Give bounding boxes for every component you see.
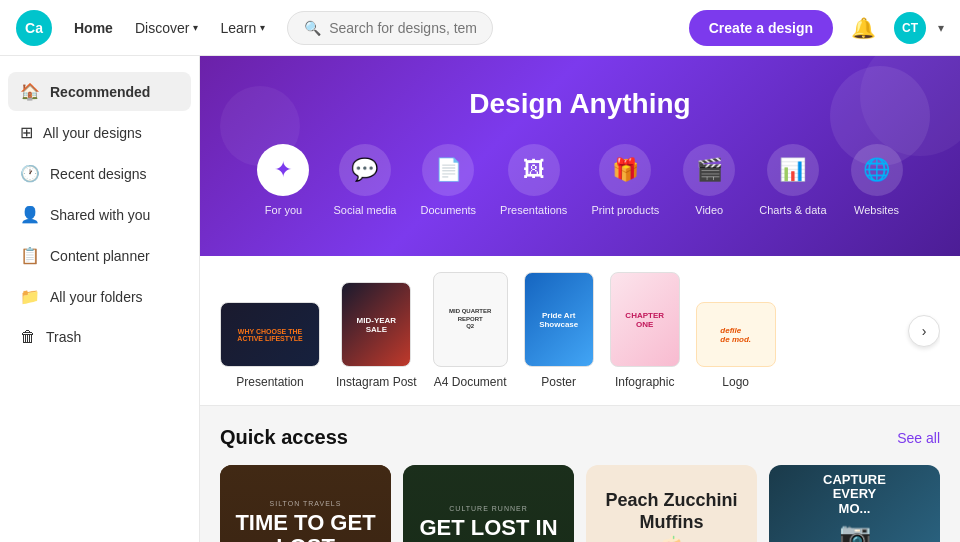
quick-card-muffins[interactable]: Peach Zucchini Muffins 🧁 <box>586 465 757 542</box>
hero-banner: Design Anything ✦ For you 💬 Social media <box>200 56 960 256</box>
instagram-thumbnail: MID-YEARSALE <box>341 282 411 367</box>
search-input[interactable] <box>329 20 476 36</box>
capture-title: CAPTUREEVERYMO... <box>777 473 932 516</box>
card-title: TIME TO GET LOST <box>232 511 379 542</box>
a4-thumb-inner: MID QUARTERREPORTQ2 <box>443 302 497 337</box>
poster-thumbnail: Pride ArtShowcase <box>524 272 594 367</box>
a4-thumbnail: MID QUARTERREPORTQ2 <box>433 272 508 367</box>
clock-icon: 🕐 <box>20 164 40 183</box>
for-you-icon-circle: ✦ <box>257 144 309 196</box>
quick-access-cards: SILTON TRAVELS TIME TO GET LOST Get insp… <box>220 465 940 542</box>
heart-icon: 💬 <box>351 157 378 183</box>
camera-icon: 📷 <box>839 520 871 543</box>
hero-title: Design Anything <box>469 88 690 120</box>
quick-card-capture[interactable]: 📷 CAPTUREEVERYMO... <box>769 465 940 542</box>
card-stockholm-inner: CULTURE RUNNER GET LOST IN STOCKHOLM <box>403 465 574 542</box>
template-instagram[interactable]: MID-YEARSALE Instagram Post <box>336 282 417 389</box>
hero-icon-presentations[interactable]: 🖼 Presentations <box>500 144 567 216</box>
logo-thumbnail: defilede mod. <box>696 302 776 367</box>
hero-icon-social[interactable]: 💬 Social media <box>333 144 396 216</box>
see-all-link[interactable]: See all <box>897 430 940 446</box>
template-a4[interactable]: MID QUARTERREPORTQ2 A4 Document <box>433 272 508 389</box>
chevron-down-icon: ▾ <box>193 22 198 33</box>
sidebar-item-content-planner[interactable]: 📋 Content planner <box>8 236 191 275</box>
card-title: GET LOST IN STOCKHOLM <box>415 516 562 542</box>
person-icon: 👤 <box>20 205 40 224</box>
chart-icon: 📊 <box>779 157 806 183</box>
social-icon-circle: 💬 <box>339 144 391 196</box>
globe-icon: 🌐 <box>863 157 890 183</box>
main-nav: Home Discover ▾ Learn ▾ <box>64 14 275 42</box>
nav-learn[interactable]: Learn ▾ <box>210 14 275 42</box>
sidebar-item-folders[interactable]: 📁 All your folders <box>8 277 191 316</box>
sidebar-item-recommended[interactable]: 🏠 Recommended <box>8 72 191 111</box>
quick-card-time-to-get-lost[interactable]: SILTON TRAVELS TIME TO GET LOST Get insp… <box>220 465 391 542</box>
hero-category-icons: ✦ For you 💬 Social media 📄 Documents <box>257 144 902 216</box>
video-icon: 🎬 <box>696 157 723 183</box>
card-tag: SILTON TRAVELS <box>270 500 342 507</box>
avatar[interactable]: CT <box>894 12 926 44</box>
templates-section: WHY CHOOSE THE ACTIVE LIFESTYLE Presenta… <box>200 256 960 406</box>
folder-icon: 📁 <box>20 287 40 306</box>
presentation-icon: 🖼 <box>523 157 545 183</box>
infographic-thumbnail: CHAPTERONE <box>610 272 680 367</box>
websites-icon-circle: 🌐 <box>851 144 903 196</box>
quick-access-header: Quick access See all <box>220 426 940 449</box>
template-poster[interactable]: Pride ArtShowcase Poster <box>524 272 594 389</box>
presentation-icon-circle: 🖼 <box>508 144 560 196</box>
presentation-thumb-inner: WHY CHOOSE THE ACTIVE LIFESTYLE <box>221 324 319 346</box>
hero-icon-charts[interactable]: 📊 Charts & data <box>759 144 826 216</box>
templates-next-button[interactable]: › <box>908 315 940 347</box>
hero-icon-websites[interactable]: 🌐 Websites <box>851 144 903 216</box>
sidebar-item-recent[interactable]: 🕐 Recent designs <box>8 154 191 193</box>
search-icon: 🔍 <box>304 20 321 36</box>
document-icon-circle: 📄 <box>422 144 474 196</box>
card-time-inner: SILTON TRAVELS TIME TO GET LOST Get insp… <box>220 465 391 542</box>
template-logo[interactable]: defilede mod. Logo <box>696 302 776 389</box>
logo[interactable]: Ca <box>16 10 52 46</box>
gift-icon: 🎁 <box>612 157 639 183</box>
trash-icon: 🗑 <box>20 328 36 346</box>
calendar-icon: 📋 <box>20 246 40 265</box>
sidebar-item-shared[interactable]: 👤 Shared with you <box>8 195 191 234</box>
nav-home[interactable]: Home <box>64 14 123 42</box>
quick-card-stockholm[interactable]: CULTURE RUNNER GET LOST IN STOCKHOLM <box>403 465 574 542</box>
hero-icon-print[interactable]: 🎁 Print products <box>591 144 659 216</box>
video-icon-circle: 🎬 <box>683 144 735 196</box>
home-icon: 🏠 <box>20 82 40 101</box>
app-layout: 🏠 Recommended ⊞ All your designs 🕐 Recen… <box>0 56 960 542</box>
presentation-thumbnail: WHY CHOOSE THE ACTIVE LIFESTYLE <box>220 302 320 367</box>
print-icon-circle: 🎁 <box>599 144 651 196</box>
sidebar-item-all-designs[interactable]: ⊞ All your designs <box>8 113 191 152</box>
muffins-title: Peach Zucchini Muffins <box>598 490 745 533</box>
avatar-chevron-icon[interactable]: ▾ <box>938 21 944 35</box>
header: Ca Home Discover ▾ Learn ▾ 🔍 Create a de… <box>0 0 960 56</box>
templates-row: WHY CHOOSE THE ACTIVE LIFESTYLE Presenta… <box>220 272 940 389</box>
document-icon: 📄 <box>435 157 462 183</box>
template-infographic[interactable]: CHAPTERONE Infographic <box>610 272 680 389</box>
charts-icon-circle: 📊 <box>767 144 819 196</box>
nav-discover[interactable]: Discover ▾ <box>125 14 208 42</box>
sidebar: 🏠 Recommended ⊞ All your designs 🕐 Recen… <box>0 56 200 542</box>
create-design-button[interactable]: Create a design <box>689 10 833 46</box>
notification-bell-icon[interactable]: 🔔 <box>845 10 882 46</box>
main-content: Design Anything ✦ For you 💬 Social media <box>200 56 960 542</box>
chevron-down-icon: ▾ <box>260 22 265 33</box>
muffin-image: 🧁 <box>647 533 697 542</box>
hero-icon-for-you[interactable]: ✦ For you <box>257 144 309 216</box>
search-bar[interactable]: 🔍 <box>287 11 493 45</box>
quick-access-section: Quick access See all SILTON TRAVELS TIME… <box>200 406 960 542</box>
star-icon: ✦ <box>274 157 292 183</box>
sidebar-item-trash[interactable]: 🗑 Trash <box>8 318 191 356</box>
hero-icon-video[interactable]: 🎬 Video <box>683 144 735 216</box>
card-tag: CULTURE RUNNER <box>449 505 527 512</box>
grid-icon: ⊞ <box>20 123 33 142</box>
quick-access-title: Quick access <box>220 426 348 449</box>
hero-icon-documents[interactable]: 📄 Documents <box>420 144 476 216</box>
card-muffins-inner: Peach Zucchini Muffins 🧁 <box>586 465 757 542</box>
template-presentation[interactable]: WHY CHOOSE THE ACTIVE LIFESTYLE Presenta… <box>220 302 320 389</box>
